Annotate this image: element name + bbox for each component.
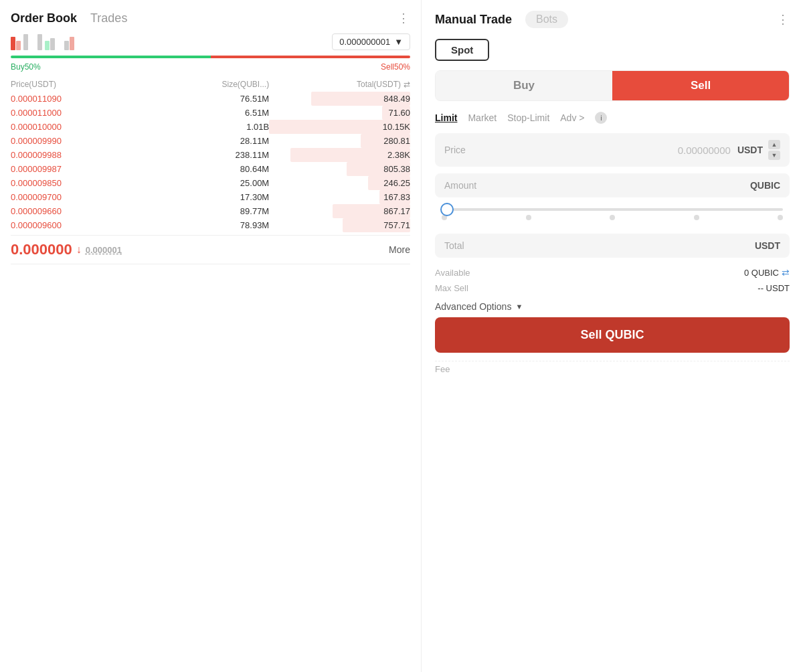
- size-cell: 78.93M: [145, 218, 269, 232]
- price-selector-value: 0.000000001: [339, 37, 390, 47]
- col-price: Price(USDT): [11, 77, 145, 92]
- advanced-options-row[interactable]: Advanced Options ▼: [435, 296, 790, 317]
- trades-tab[interactable]: Trades: [90, 11, 127, 25]
- chart-controls-row: 0.000000001 ▼: [11, 33, 410, 50]
- size-cell: 1.01B: [145, 120, 269, 134]
- price-input-row[interactable]: Price 0.00000000 USDT ▲ ▼: [435, 133, 790, 167]
- buy-button[interactable]: Buy: [436, 71, 612, 100]
- more-link[interactable]: More: [389, 244, 410, 255]
- table-row[interactable]: 0.00000970017.30M167.83: [11, 190, 410, 204]
- table-row[interactable]: 0.000009988238.11M2.38K: [11, 148, 410, 162]
- total-cell: 10.15K: [269, 120, 410, 134]
- manual-trade-header: Manual Trade Bots ⋮: [435, 11, 790, 28]
- chart-icon-2[interactable]: [37, 34, 59, 50]
- price-currency: USDT: [737, 145, 763, 155]
- price-cell: 0.000011090: [11, 92, 145, 106]
- amount-slider-row: [435, 204, 790, 227]
- price-cell: 0.000010000: [11, 120, 145, 134]
- table-row[interactable]: 0.00000999028.11M280.81: [11, 134, 410, 148]
- table-row[interactable]: 0.0000110006.51M71.60: [11, 106, 410, 120]
- volume-bar-buy: [11, 56, 211, 58]
- slider-dot-25[interactable]: [526, 215, 531, 220]
- buy-sell-labels: Buy50% Sell50%: [11, 62, 410, 72]
- available-value: 0 QUBIC: [744, 268, 779, 278]
- total-currency: USDT: [755, 240, 780, 251]
- total-cell: 867.17: [269, 204, 410, 218]
- slider-dot-100[interactable]: [778, 215, 783, 220]
- total-label: Total: [444, 240, 491, 251]
- volume-bar-sell: [211, 56, 411, 58]
- size-cell: 17.30M: [145, 190, 269, 204]
- chart-icon-3[interactable]: [64, 34, 86, 50]
- current-price-value: 0.000000: [11, 241, 72, 258]
- size-cell: 80.64M: [145, 162, 269, 176]
- col-total: Total(USDT) ⇄: [269, 77, 410, 92]
- price-increment[interactable]: ▲: [768, 140, 780, 149]
- size-cell: 89.77M: [145, 204, 269, 218]
- total-cell: 280.81: [269, 134, 410, 148]
- limit-tab[interactable]: Limit: [435, 112, 457, 123]
- order-book-header: Order Book Trades ⋮: [11, 11, 410, 25]
- table-row[interactable]: 0.00001109076.51M848.49: [11, 92, 410, 106]
- slider-thumb[interactable]: [440, 203, 454, 216]
- advanced-options-label: Advanced Options: [435, 301, 511, 312]
- max-sell-value: -- USDT: [757, 283, 790, 293]
- total-cell: 805.38: [269, 162, 410, 176]
- slider-track[interactable]: [442, 208, 783, 211]
- volume-bar: [11, 56, 410, 58]
- size-cell: 238.11M: [145, 148, 269, 162]
- slider-dot-75[interactable]: [694, 215, 699, 220]
- table-row[interactable]: 0.00000966089.77M867.17: [11, 204, 410, 218]
- adv-tab[interactable]: Adv >: [560, 112, 584, 123]
- price-cell: 0.000009850: [11, 176, 145, 190]
- table-row[interactable]: 0.00000960078.93M757.71: [11, 218, 410, 232]
- total-cell: 848.49: [269, 92, 410, 106]
- slider-dots: [442, 215, 783, 220]
- table-row[interactable]: 0.00000985025.00M246.25: [11, 176, 410, 190]
- transfer-icon[interactable]: ⇄: [782, 267, 790, 278]
- price-input[interactable]: 0.00000000: [491, 145, 731, 156]
- available-label: Available: [435, 268, 470, 278]
- right-options-icon[interactable]: ⋮: [777, 12, 790, 27]
- chart-icon-1[interactable]: [11, 34, 32, 50]
- table-row[interactable]: 0.00000998780.64M805.38: [11, 162, 410, 176]
- info-icon[interactable]: i: [595, 112, 607, 124]
- sell-action-button[interactable]: Sell QUBIC: [435, 317, 790, 353]
- total-cell: 246.25: [269, 176, 410, 190]
- chart-icon-group: [11, 34, 86, 50]
- order-book-title: Order Book: [11, 11, 77, 25]
- max-sell-row: Max Sell -- USDT: [435, 280, 790, 296]
- size-cell: 28.11M: [145, 134, 269, 148]
- spot-button[interactable]: Spot: [435, 39, 489, 61]
- sell-button[interactable]: Sell: [612, 71, 789, 100]
- price-cell: 0.000009700: [11, 190, 145, 204]
- price-cell: 0.000009660: [11, 204, 145, 218]
- buy-percent-label: Buy50%: [11, 62, 41, 72]
- price-decrement[interactable]: ▼: [768, 151, 780, 160]
- swap-icon[interactable]: ⇄: [404, 80, 410, 89]
- total-cell: 2.38K: [269, 148, 410, 162]
- total-input-row[interactable]: Total USDT: [435, 234, 790, 258]
- amount-label: Amount: [444, 180, 491, 191]
- price-cell: 0.000011000: [11, 106, 145, 120]
- table-row[interactable]: 0.0000100001.01B10.15K: [11, 120, 410, 134]
- slider-dot-50[interactable]: [610, 215, 615, 220]
- amount-input-row[interactable]: Amount QUBIC: [435, 173, 790, 197]
- options-icon[interactable]: ⋮: [397, 11, 410, 25]
- price-selector[interactable]: 0.000000001 ▼: [332, 33, 410, 50]
- order-book-table: Price(USDT) Size(QUBI...) Total(USDT) ⇄ …: [11, 77, 410, 232]
- sell-percent-label: Sell50%: [381, 62, 410, 72]
- dropdown-icon: ▼: [394, 37, 403, 47]
- available-value-group: 0 QUBIC ⇄: [744, 267, 790, 278]
- size-cell: 76.51M: [145, 92, 269, 106]
- stop-limit-tab[interactable]: Stop-Limit: [507, 112, 549, 123]
- price-direction-icon: ↓: [76, 244, 82, 256]
- price-label: Price: [444, 145, 491, 155]
- price-cell: 0.000009987: [11, 162, 145, 176]
- bots-tab[interactable]: Bots: [525, 11, 568, 28]
- size-cell: 25.00M: [145, 176, 269, 190]
- max-sell-label: Max Sell: [435, 283, 468, 293]
- total-cell: 71.60: [269, 106, 410, 120]
- price-spinners: ▲ ▼: [768, 140, 780, 160]
- market-tab[interactable]: Market: [468, 112, 497, 123]
